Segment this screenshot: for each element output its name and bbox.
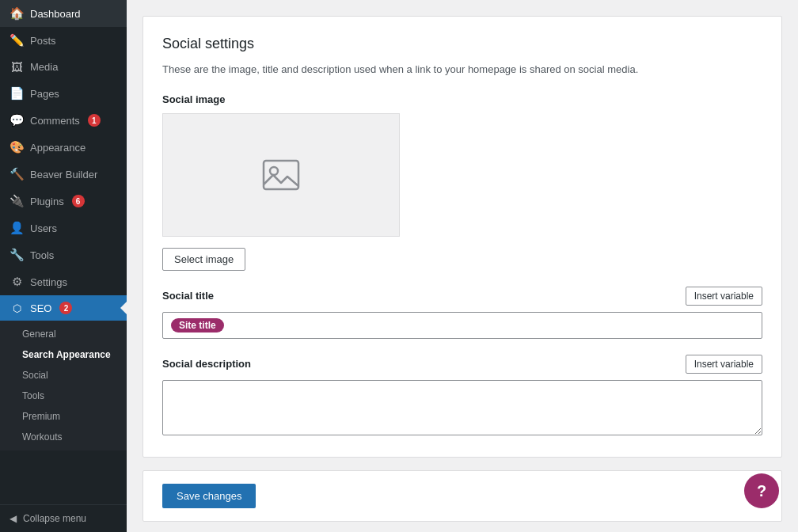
submenu-label: Workouts xyxy=(22,431,62,443)
sidebar-item-seo[interactable]: ⬡ SEO 2 xyxy=(0,295,127,321)
sidebar-item-label: Media xyxy=(30,61,58,73)
sidebar-item-posts[interactable]: ✏️ Posts xyxy=(0,27,127,54)
social-settings-card: Social settings These are the image, tit… xyxy=(142,16,782,458)
sidebar-item-comments[interactable]: 💬 Comments 1 xyxy=(0,107,127,134)
sidebar-item-users[interactable]: 👤 Users xyxy=(0,215,127,241)
posts-icon: ✏️ xyxy=(10,33,24,48)
sidebar-item-media[interactable]: 🖼 Media xyxy=(0,54,127,80)
plugins-icon: 🔌 xyxy=(10,194,24,208)
sidebar-item-pages[interactable]: 📄 Pages xyxy=(0,80,127,107)
pages-icon: 📄 xyxy=(10,86,24,101)
sidebar: 🏠 Dashboard ✏️ Posts 🖼 Media 📄 Pages 💬 C… xyxy=(0,0,127,532)
collapse-label: Collapse menu xyxy=(23,513,86,524)
sidebar-arrow xyxy=(120,302,127,314)
sidebar-item-label: Plugins xyxy=(30,196,64,207)
seo-submenu: General Search Appearance Social Tools P… xyxy=(0,321,127,450)
social-description-textarea[interactable] xyxy=(162,380,762,435)
plugins-badge: 6 xyxy=(72,195,85,207)
sidebar-item-tools[interactable]: 🔧 Tools xyxy=(0,241,127,268)
submenu-label: General xyxy=(22,329,56,340)
image-placeholder-icon xyxy=(260,154,302,196)
sidebar-item-label: Posts xyxy=(30,35,56,47)
settings-icon: ⚙ xyxy=(10,275,24,289)
sidebar-item-label: Tools xyxy=(30,249,54,261)
svg-point-1 xyxy=(270,167,278,175)
save-card: Save changes xyxy=(142,470,782,522)
collapse-menu-button[interactable]: ◀ Collapse menu xyxy=(0,504,127,532)
insert-variable-button-title[interactable]: Insert variable xyxy=(686,287,762,306)
image-placeholder xyxy=(162,113,400,237)
sidebar-item-appearance[interactable]: 🎨 Appearance xyxy=(0,134,127,161)
submenu-item-general[interactable]: General xyxy=(0,324,127,344)
insert-variable-button-desc[interactable]: Insert variable xyxy=(686,355,762,374)
collapse-icon: ◀ xyxy=(10,513,17,524)
social-title-label: Social title xyxy=(162,290,214,302)
seo-badge: 2 xyxy=(59,302,72,314)
comments-icon: 💬 xyxy=(10,113,24,127)
main-content: Social settings These are the image, tit… xyxy=(127,0,798,532)
social-description-row: Social description Insert variable xyxy=(162,355,762,374)
svg-rect-0 xyxy=(264,161,298,189)
select-image-button[interactable]: Select image xyxy=(162,248,245,271)
submenu-label: Tools xyxy=(22,390,44,401)
submenu-item-tools[interactable]: Tools xyxy=(0,386,127,406)
description-text: These are the image, title and descripti… xyxy=(162,62,762,78)
save-changes-button[interactable]: Save changes xyxy=(162,484,256,508)
tools-icon: 🔧 xyxy=(10,248,24,262)
sidebar-item-plugins[interactable]: 🔌 Plugins 6 xyxy=(0,188,127,215)
site-title-tag: Site title xyxy=(171,318,224,332)
sidebar-item-label: SEO xyxy=(30,302,51,314)
social-image-label: Social image xyxy=(162,93,762,105)
description-content: These are the image, title and descripti… xyxy=(162,63,638,75)
beaver-builder-icon: 🔨 xyxy=(10,167,24,181)
submenu-item-social[interactable]: Social xyxy=(0,365,127,386)
comments-badge: 1 xyxy=(88,114,101,127)
sidebar-item-label: Comments xyxy=(30,115,80,127)
appearance-icon: 🎨 xyxy=(10,140,24,154)
submenu-label: Search Appearance xyxy=(22,349,111,360)
content-area: Social settings These are the image, tit… xyxy=(127,0,798,532)
submenu-item-premium[interactable]: Premium xyxy=(0,406,127,427)
social-description-label: Social description xyxy=(162,358,251,370)
submenu-label: Social xyxy=(22,370,48,381)
submenu-label: Premium xyxy=(22,411,60,422)
sidebar-item-label: Appearance xyxy=(30,142,86,154)
sidebar-item-label: Users xyxy=(30,222,57,234)
help-button[interactable]: ? xyxy=(744,473,779,508)
section-title: Social settings xyxy=(162,36,762,52)
submenu-item-workouts[interactable]: Workouts xyxy=(0,427,127,447)
sidebar-item-label: Beaver Builder xyxy=(30,169,97,180)
sidebar-item-beaver-builder[interactable]: 🔨 Beaver Builder xyxy=(0,161,127,188)
social-title-row: Social title Insert variable xyxy=(162,287,762,306)
social-title-input[interactable]: Site title xyxy=(162,312,762,339)
sidebar-item-label: Dashboard xyxy=(30,8,81,20)
sidebar-item-label: Pages xyxy=(30,88,59,100)
media-icon: 🖼 xyxy=(10,60,24,74)
help-icon: ? xyxy=(757,482,766,500)
dashboard-icon: 🏠 xyxy=(10,6,24,21)
submenu-item-search-appearance[interactable]: Search Appearance xyxy=(0,344,127,365)
sidebar-item-dashboard[interactable]: 🏠 Dashboard xyxy=(0,0,127,27)
users-icon: 👤 xyxy=(10,221,24,235)
sidebar-item-label: Settings xyxy=(30,276,67,288)
sidebar-item-settings[interactable]: ⚙ Settings xyxy=(0,268,127,295)
seo-icon: ⬡ xyxy=(10,302,24,314)
